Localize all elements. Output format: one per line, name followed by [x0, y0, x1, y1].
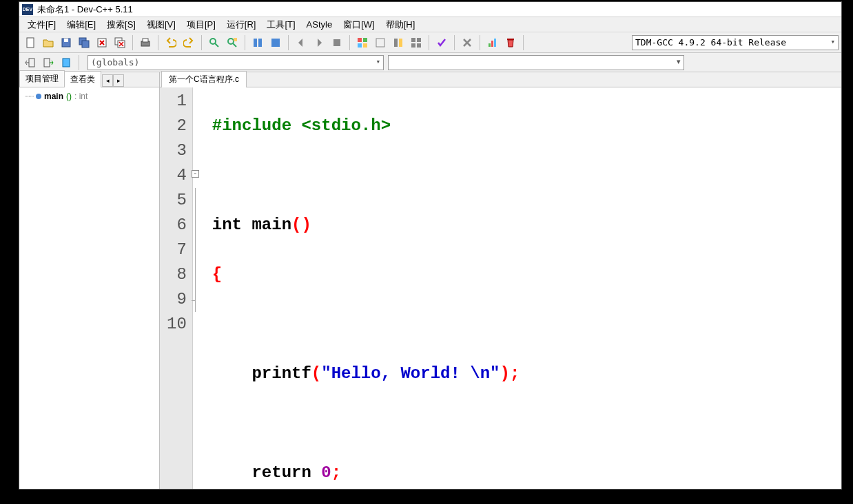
app-window: DEV 未命名1 - Dev-C++ 5.11 文件[F] 编辑[E] 搜索[S… [19, 1, 842, 490]
line-number: 2 [167, 114, 187, 138]
line-gutter: 1 2 3 4- 5 6 7 8 9 10 [160, 87, 193, 489]
save-all-icon[interactable] [76, 34, 92, 51]
profile-icon[interactable] [408, 34, 424, 51]
tree-fn-parens: () [66, 92, 72, 101]
next-error-icon[interactable] [311, 34, 327, 51]
scope-select[interactable]: (globals) [88, 55, 384, 70]
toolbar-separator [158, 35, 158, 50]
scope-value: (globals) [91, 57, 139, 67]
redo-icon[interactable] [181, 34, 197, 51]
svg-rect-20 [363, 43, 367, 48]
svg-point-10 [210, 39, 216, 44]
toolbar-separator [201, 35, 202, 50]
save-icon[interactable] [58, 34, 74, 51]
chart-icon[interactable] [484, 34, 501, 51]
titlebar: DEV 未命名1 - Dev-C++ 5.11 [19, 2, 841, 17]
menu-search[interactable]: 搜索[S] [101, 17, 141, 32]
sidebar-nav-prev-icon[interactable]: ◂ [102, 74, 113, 87]
compile-run-icon[interactable] [354, 34, 371, 51]
toolbar-separator [79, 55, 79, 70]
sidebar-tabstrip: 项目管理 查看类 ◂ ▸ [19, 72, 159, 87]
function-icon [36, 94, 41, 99]
svg-rect-27 [417, 43, 421, 48]
svg-rect-34 [63, 59, 70, 67]
compile-icon[interactable] [249, 34, 266, 51]
close-file-icon[interactable] [94, 34, 110, 51]
svg-rect-0 [27, 38, 34, 48]
svg-rect-33 [44, 59, 50, 67]
line-number: 10 [167, 312, 187, 337]
rebuild-icon[interactable] [372, 34, 389, 51]
svg-rect-13 [254, 39, 257, 47]
sidebar: 项目管理 查看类 ◂ ▸ ┈┈ main() : int [19, 72, 160, 489]
tree-item-main[interactable]: ┈┈ main() : int [25, 92, 154, 101]
sidebar-tab-classes[interactable]: 查看类 [64, 71, 101, 87]
menu-astyle[interactable]: AStyle [301, 18, 338, 31]
prev-error-icon[interactable] [293, 34, 309, 51]
svg-rect-15 [271, 39, 280, 47]
toolbar-separator [245, 35, 245, 50]
svg-rect-19 [358, 43, 362, 48]
menu-help[interactable]: 帮助[H] [380, 17, 421, 32]
debug-check-icon[interactable] [433, 34, 450, 51]
svg-rect-18 [363, 38, 367, 42]
close-all-icon[interactable] [112, 34, 128, 51]
svg-rect-12 [234, 38, 237, 41]
svg-rect-9 [143, 39, 148, 42]
editor-tab[interactable]: 第一个C语言程序.c [161, 71, 247, 87]
print-icon[interactable] [137, 34, 154, 51]
menu-project[interactable]: 项目[P] [181, 17, 221, 32]
line-number: 3 [167, 138, 187, 163]
goto-back-icon[interactable] [22, 54, 39, 71]
compiler-select[interactable]: TDM-GCC 4.9.2 64-bit Release [632, 35, 839, 50]
trash-icon[interactable] [502, 34, 519, 51]
menu-tools[interactable]: 工具[T] [261, 17, 300, 32]
new-file-icon[interactable] [22, 34, 39, 51]
line-number: 7 [167, 238, 187, 262]
svg-rect-2 [64, 39, 68, 42]
line-number: 9 [167, 287, 187, 312]
menu-run[interactable]: 运行[R] [221, 17, 262, 32]
line-number: 4- [167, 163, 187, 188]
menu-edit[interactable]: 编辑[E] [61, 17, 101, 32]
app-icon: DEV [22, 4, 33, 15]
fold-toggle-icon[interactable]: - [192, 170, 199, 178]
class-tree: ┈┈ main() : int [19, 87, 159, 489]
replace-icon[interactable] [224, 34, 240, 51]
line-number: 1 [167, 89, 187, 114]
toolbar-separator [429, 35, 429, 50]
toolbar-separator [288, 35, 289, 50]
stop-icon[interactable] [329, 34, 345, 51]
sidebar-tab-project[interactable]: 项目管理 [19, 70, 65, 87]
svg-rect-25 [417, 38, 421, 42]
menu-window[interactable]: 窗口[W] [338, 17, 380, 32]
open-file-icon[interactable] [40, 34, 56, 51]
bookmark-icon[interactable] [58, 54, 74, 71]
sidebar-nav-next-icon[interactable]: ▸ [113, 74, 124, 87]
code-text[interactable]: #include <stdio.h> int main() { printf("… [207, 87, 841, 489]
svg-rect-32 [29, 59, 34, 67]
find-icon[interactable] [206, 34, 223, 51]
svg-rect-26 [411, 43, 415, 48]
svg-rect-30 [494, 39, 496, 47]
menu-view[interactable]: 视图[V] [141, 17, 181, 32]
body-area: 项目管理 查看类 ◂ ▸ ┈┈ main() : int 第一个C语言程序.c [19, 72, 841, 489]
line-number: 8 [167, 262, 187, 287]
member-select[interactable] [388, 55, 684, 70]
svg-rect-24 [411, 38, 415, 42]
code-editor[interactable]: 1 2 3 4- 5 6 7 8 9 10 #include <stdio.h>… [160, 87, 841, 489]
menu-file[interactable]: 文件[F] [22, 17, 61, 32]
toolbar-separator [132, 35, 133, 50]
run-icon[interactable] [267, 34, 284, 51]
window-title: 未命名1 - Dev-C++ 5.11 [37, 3, 133, 16]
svg-rect-14 [258, 39, 262, 47]
goto-forward-icon[interactable] [40, 54, 56, 71]
tree-connector: ┈┈ [25, 92, 33, 101]
delete-icon[interactable] [459, 34, 475, 51]
svg-rect-16 [333, 39, 340, 46]
line-number: 5 [167, 188, 187, 213]
undo-icon[interactable] [163, 34, 179, 51]
svg-rect-31 [507, 39, 514, 40]
syntax-check-icon[interactable] [390, 34, 407, 51]
toolbar-main: TDM-GCC 4.9.2 64-bit Release [19, 32, 841, 53]
